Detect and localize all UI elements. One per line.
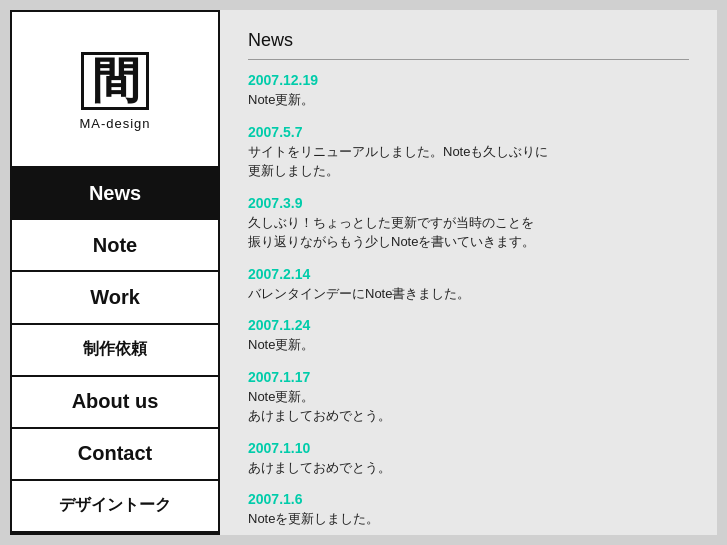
main-content: News 2007.12.19Note更新。2007.5.7サイトをリニューアル… — [220, 10, 717, 535]
news-date: 2007.1.6 — [248, 491, 689, 507]
news-text: Note更新。 — [248, 90, 689, 110]
sidebar-item-news[interactable]: News — [12, 168, 218, 220]
news-date: 2007.1.10 — [248, 440, 689, 456]
news-item: 2007.1.10あけましておめでとう。 — [248, 440, 689, 478]
news-date: 2007.5.7 — [248, 124, 689, 140]
news-item: 2007.1.6Noteを更新しました。 — [248, 491, 689, 529]
sidebar-item-contact[interactable]: Contact — [12, 429, 218, 481]
news-text: バレンタインデーにNote書きました。 — [248, 284, 689, 304]
news-text: 久しぶり！ちょっとした更新ですが当時のことを 振り返りながらもう少しNoteを書… — [248, 213, 689, 252]
news-date: 2007.2.14 — [248, 266, 689, 282]
news-date: 2007.1.24 — [248, 317, 689, 333]
news-item: 2007.12.19Note更新。 — [248, 72, 689, 110]
sidebar-item-design-talk[interactable]: デザイントーク — [12, 481, 218, 533]
sidebar-item-about[interactable]: About us — [12, 377, 218, 429]
news-item: 2007.3.9久しぶり！ちょっとした更新ですが当時のことを 振り返りながらもう… — [248, 195, 689, 252]
sidebar-item-seisaku[interactable]: 制作依頼 — [12, 325, 218, 377]
news-item: 2007.1.24Note更新。 — [248, 317, 689, 355]
news-date: 2007.3.9 — [248, 195, 689, 211]
logo-name: MA-design — [79, 116, 150, 131]
logo-kanji: 間 — [81, 52, 149, 110]
news-text: Note更新。 — [248, 335, 689, 355]
section-title: News — [248, 30, 689, 60]
news-date: 2007.12.19 — [248, 72, 689, 88]
sidebar-item-work[interactable]: Work — [12, 272, 218, 324]
sidebar-item-note[interactable]: Note — [12, 220, 218, 272]
news-date: 2007.1.17 — [248, 369, 689, 385]
news-item: 2007.5.7サイトをリニューアルしました。Noteも久しぶりに 更新しました… — [248, 124, 689, 181]
logo-area: 間 MA-design — [12, 12, 218, 168]
news-text: あけましておめでとう。 — [248, 458, 689, 478]
news-item: 2007.1.17Note更新。 あけましておめでとう。 — [248, 369, 689, 426]
news-text: Note更新。 あけましておめでとう。 — [248, 387, 689, 426]
news-item: 2007.2.14バレンタインデーにNote書きました。 — [248, 266, 689, 304]
news-list: 2007.12.19Note更新。2007.5.7サイトをリニューアルしました。… — [248, 72, 689, 535]
news-text: Noteを更新しました。 — [248, 509, 689, 529]
news-text: サイトをリニューアルしました。Noteも久しぶりに 更新しました。 — [248, 142, 689, 181]
sidebar: 間 MA-design News Note Work 制作依頼 About us… — [10, 10, 220, 535]
